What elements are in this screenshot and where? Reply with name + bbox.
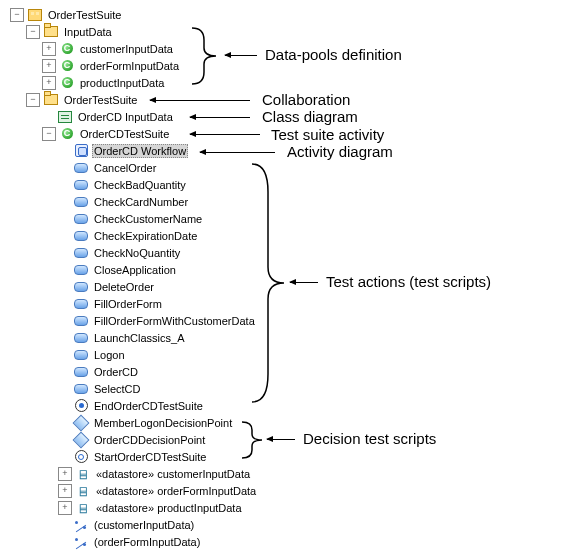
expander-icon[interactable]: +: [58, 484, 72, 498]
node-label: OrderCDTestSuite: [78, 128, 171, 140]
datastore-icon: ⌸: [76, 501, 90, 515]
action-icon: [74, 331, 88, 345]
tree-node-start[interactable]: StartOrderCDTestSuite: [10, 448, 258, 465]
node-label: OrderTestSuite: [62, 94, 139, 106]
tree-node-action[interactable]: CloseApplication: [10, 261, 258, 278]
node-label: customerInputData: [78, 43, 175, 55]
initial-node-icon: [74, 450, 88, 464]
tree-node-action[interactable]: LaunchClassics_A: [10, 329, 258, 346]
tree-node-link[interactable]: (orderFormInputData): [10, 533, 258, 550]
expander-icon[interactable]: +: [58, 467, 72, 481]
tree-node-decision[interactable]: MemberLogonDecisionPoint: [10, 414, 258, 431]
annotation-activity-diagram: Activity diagram: [287, 143, 393, 160]
datapool-icon: C: [60, 59, 74, 73]
brace-datapools: [190, 26, 220, 86]
action-icon: [74, 161, 88, 175]
expander-icon[interactable]: +: [58, 501, 72, 515]
tree-node-root[interactable]: − OrderTestSuite: [10, 6, 258, 23]
action-icon: [74, 365, 88, 379]
expander-icon[interactable]: −: [26, 93, 40, 107]
datapool-icon: C: [60, 127, 74, 141]
tree-node-action[interactable]: Logon: [10, 346, 258, 363]
datastore-icon: ⌸: [76, 467, 90, 481]
node-label: InputData: [62, 26, 114, 38]
annotation-datapools: Data-pools definition: [265, 46, 402, 63]
tree-node-datapool[interactable]: + C customerInputData: [10, 40, 258, 57]
tree-node-action[interactable]: CheckCustomerName: [10, 210, 258, 227]
node-label: «datastore» orderFormInputData: [94, 485, 258, 497]
node-label: DeleteOrder: [92, 281, 156, 293]
expander-icon[interactable]: +: [42, 59, 56, 73]
node-label-selected: OrderCD Workflow: [92, 144, 188, 158]
annotation-classdiagram: Class diagram: [262, 108, 358, 125]
action-icon: [74, 314, 88, 328]
node-label: CloseApplication: [92, 264, 178, 276]
action-icon: [74, 382, 88, 396]
node-label: OrderCD: [92, 366, 140, 378]
node-label: Logon: [92, 349, 127, 361]
action-icon: [74, 280, 88, 294]
tree-node-action[interactable]: DeleteOrder: [10, 278, 258, 295]
tree-node-action[interactable]: SelectCD: [10, 380, 258, 397]
action-icon: [74, 263, 88, 277]
tree-node-action[interactable]: CheckNoQuantity: [10, 244, 258, 261]
arrow-icon: [225, 55, 257, 56]
node-label: FillOrderForm: [92, 298, 164, 310]
datapool-icon: C: [60, 76, 74, 90]
tree-node-datapool[interactable]: + C productInputData: [10, 74, 258, 91]
node-label: FillOrderFormWithCustomerData: [92, 315, 257, 327]
arrow-icon: [290, 282, 318, 283]
node-label: StartOrderCDTestSuite: [92, 451, 208, 463]
tree-node-datapool[interactable]: + C orderFormInputData: [10, 57, 258, 74]
model-tree: − OrderTestSuite − InputData + C custome…: [10, 6, 258, 553]
package-icon: [44, 25, 58, 39]
connector-icon: [74, 535, 88, 549]
expander-icon[interactable]: +: [42, 42, 56, 56]
tree-node-action[interactable]: CancelOrder: [10, 159, 258, 176]
node-label: OrderCDDecisionPoint: [92, 434, 207, 446]
node-label: SelectCD: [92, 383, 142, 395]
expander-icon[interactable]: +: [42, 76, 56, 90]
expander-icon[interactable]: −: [10, 8, 24, 22]
tree-node-action[interactable]: CheckBadQuantity: [10, 176, 258, 193]
expander-icon[interactable]: −: [26, 25, 40, 39]
decision-icon: [74, 433, 88, 447]
tree-node-end[interactable]: EndOrderCDTestSuite: [10, 397, 258, 414]
tree-node-inputdata[interactable]: − InputData: [10, 23, 258, 40]
tree-node-activity-diagram[interactable]: OrderCD Workflow: [10, 142, 258, 159]
node-label: MemberLogonDecisionPoint: [92, 417, 234, 429]
node-label: «datastore» customerInputData: [94, 468, 252, 480]
package-icon: [44, 93, 58, 107]
tree-node-datastore[interactable]: + ⌸ «datastore» productInputData: [10, 499, 258, 516]
node-label: CheckCardNumber: [92, 196, 190, 208]
final-node-icon: [74, 399, 88, 413]
annotation-test-actions: Test actions (test scripts): [326, 273, 491, 290]
tree-node-action[interactable]: CheckCardNumber: [10, 193, 258, 210]
tree-node-datastore[interactable]: + ⌸ «datastore» customerInputData: [10, 465, 258, 482]
node-label: (customerInputData): [92, 519, 196, 531]
arrow-icon: [190, 117, 250, 118]
action-icon: [74, 195, 88, 209]
node-label: orderFormInputData: [78, 60, 181, 72]
node-label: CheckNoQuantity: [92, 247, 182, 259]
expander-icon[interactable]: −: [42, 127, 56, 141]
tree-node-action[interactable]: OrderCD: [10, 363, 258, 380]
arrow-icon: [200, 152, 275, 153]
node-label: LaunchClassics_A: [92, 332, 187, 344]
tree-node-datastore[interactable]: + ⌸ «datastore» orderFormInputData: [10, 482, 258, 499]
node-label: OrderCD InputData: [76, 111, 175, 123]
tree-node-link[interactable]: (customerInputData): [10, 516, 258, 533]
action-icon: [74, 212, 88, 226]
activity-diagram-icon: [74, 144, 88, 158]
datastore-icon: ⌸: [76, 484, 90, 498]
tree-node-action[interactable]: FillOrderFormWithCustomerData: [10, 312, 258, 329]
action-icon: [74, 229, 88, 243]
node-label: «datastore» productInputData: [94, 502, 244, 514]
tree-node-decision[interactable]: OrderCDDecisionPoint: [10, 431, 258, 448]
action-icon: [74, 348, 88, 362]
action-icon: [74, 178, 88, 192]
tree-node-action[interactable]: CheckExpirationDate: [10, 227, 258, 244]
arrow-icon: [267, 439, 295, 440]
annotation-collaboration: Collaboration: [262, 91, 350, 108]
tree-node-action[interactable]: FillOrderForm: [10, 295, 258, 312]
